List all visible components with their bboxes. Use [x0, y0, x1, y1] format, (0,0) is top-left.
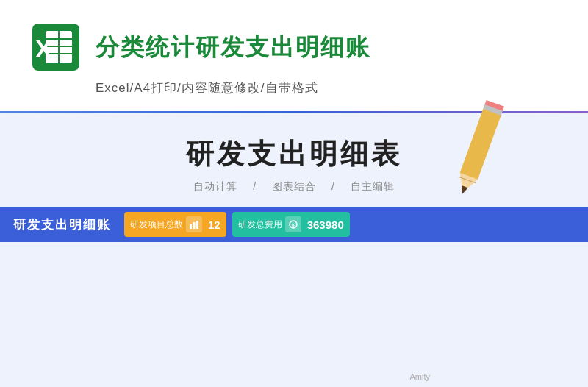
subtitle-part1: 自动计算: [193, 180, 237, 192]
doc-title: 研发支出明细表: [186, 135, 402, 173]
svg-rect-7: [460, 106, 502, 180]
amity-watermark: Amity: [410, 372, 431, 381]
bottom-bar: 研发支出明细账 研发项目总数 12 研发总费用: [0, 207, 588, 242]
main-title: 分类统计研发支出明细账: [96, 33, 370, 61]
money-icon: ¥: [285, 216, 301, 232]
stat2-value: 363980: [307, 219, 344, 231]
stat-badge-expense: 研发总费用 ¥ 363980: [232, 212, 350, 237]
subtitle-part3: 自主编辑: [351, 180, 395, 192]
subtitle-sep2: /: [331, 180, 335, 192]
stat-badge-projects: 研发项目总数 12: [124, 212, 226, 237]
page-wrapper: X 分类统计研发支出明细账 Excel/A4打印/内容随意修改/自带格式: [0, 0, 588, 387]
doc-subtitle: 自动计算 / 图表结合 / 自主编辑: [187, 180, 400, 194]
excel-logo-icon: X: [29, 21, 82, 74]
svg-rect-13: [190, 224, 192, 229]
svg-rect-15: [196, 221, 198, 229]
middle-section: 研发支出明细表 自动计算 / 图表结合 / 自主编辑 研发支出明细账 研发项目总…: [0, 113, 588, 387]
bar-title: 研发支出明细账: [13, 216, 111, 233]
svg-text:¥: ¥: [291, 222, 295, 229]
stat1-value: 12: [208, 219, 220, 231]
stat1-label: 研发项目总数: [130, 219, 183, 231]
sub-title: Excel/A4打印/内容随意修改/自带格式: [96, 79, 559, 96]
title-row: X 分类统计研发支出明细账: [29, 21, 559, 74]
subtitle-sep1: /: [253, 180, 257, 192]
top-section: X 分类统计研发支出明细账 Excel/A4打印/内容随意修改/自带格式: [0, 0, 588, 111]
svg-rect-14: [193, 222, 196, 229]
chart-bar-icon: [186, 216, 202, 232]
svg-text:X: X: [35, 35, 52, 63]
subtitle-part2: 图表结合: [272, 180, 316, 192]
stat2-label: 研发总费用: [238, 219, 282, 231]
